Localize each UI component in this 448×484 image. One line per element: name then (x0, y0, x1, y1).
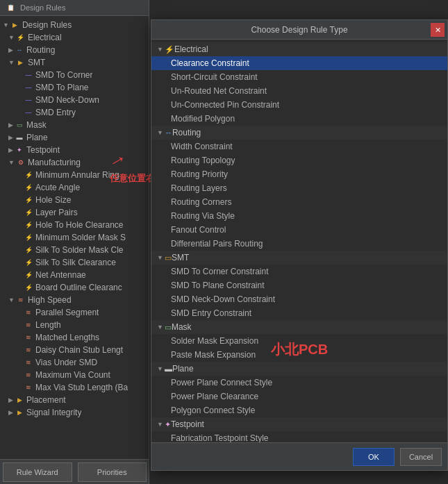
tree-item-net-ant[interactable]: ⚡Net Antennae (0, 269, 149, 281)
panel-title: Design Rules (20, 3, 65, 12)
modal-item-smd-neckdown-constraint[interactable]: SMD Neck-Down Constraint (151, 292, 447, 306)
modal-dialog[interactable]: Choose Design Rule Type ✕ ▼⚡ElectricalCl… (151, 19, 448, 471)
silk-solder-label: Silk To Solder Mask Cle (35, 245, 124, 255)
modal-item-smd-corner-constraint[interactable]: SMD To Corner Constraint (151, 265, 447, 278)
modal-section-routing[interactable]: ▼↔Routing (151, 126, 447, 140)
priorities-button[interactable]: Priorities (78, 462, 147, 482)
cancel-button[interactable]: Cancel (400, 448, 442, 466)
modal-item-power-plane-connect[interactable]: Power Plane Connect Style (151, 376, 447, 390)
modal-close-button[interactable]: ✕ (431, 23, 445, 37)
modal-item-routing-topology[interactable]: Routing Topology (151, 153, 447, 167)
tree-item-high-speed[interactable]: ▼≋High Speed (0, 294, 149, 306)
smd-corner-constraint-label: SMD To Corner Constraint (171, 267, 269, 276)
modal-section-electrical[interactable]: ▼⚡Electrical (151, 42, 447, 56)
tree-item-matched-lengths[interactable]: ≋Matched Lengths (0, 331, 149, 344)
smt-entry-icon: — (24, 108, 33, 117)
modal-section-smt[interactable]: ▼▭SMT (151, 251, 447, 265)
modal-section-testpoint[interactable]: ▼✦Testpoint (151, 417, 447, 431)
tree-item-placement[interactable]: ▶▶Placement (0, 394, 149, 406)
modal-item-smd-entry-constraint[interactable]: SMD Entry Constraint (151, 306, 447, 320)
testpoint-icon: ✦ (15, 145, 24, 155)
mask-label: Mask (26, 120, 47, 130)
modal-item-clearance-constraint[interactable]: Clearance Constraint (151, 56, 447, 70)
tree-item-daisy-chain[interactable]: ≋Daisy Chain Stub Lengt (0, 344, 149, 356)
routing-via-style-label: Routing Via Style (171, 211, 235, 221)
tree-item-mask[interactable]: ▶▭Mask (0, 119, 149, 131)
tree-item-smt-entry[interactable]: —SMD Entry (0, 106, 149, 119)
tree-item-hole-to-hole[interactable]: ⚡Hole To Hole Clearance (0, 219, 149, 231)
modal-content[interactable]: ▼⚡ElectricalClearance ConstraintShort-Ci… (151, 40, 447, 442)
tree-item-routing-l[interactable]: ▶↔Routing (0, 44, 149, 56)
signal-integrity-icon: ▶ (15, 408, 24, 417)
tree-item-signal-integrity[interactable]: ▶▶Signal Integrity (0, 406, 149, 419)
tree-item-min-annular[interactable]: ⚡Minimum Annular Ring (0, 169, 149, 181)
tree-item-max-via-stub[interactable]: ≋Max Via Stub Length (Ba (0, 381, 149, 394)
modal-item-diff-pairs-routing[interactable]: Differential Pairs Routing (151, 237, 447, 251)
vias-smd-icon: ≋ (24, 358, 33, 367)
tree-item-acute-angle[interactable]: ⚡Acute Angle (0, 181, 149, 194)
daisy-chain-icon: ≋ (24, 345, 33, 355)
tree-container[interactable]: ▼▶Design Rules▼⚡Electrical▶↔Routing▼▶SMT… (0, 16, 149, 465)
tree-item-hole-size[interactable]: ⚡Hole Size (0, 194, 149, 206)
modal-section-plane[interactable]: ▼▬Plane (151, 362, 447, 376)
modal-item-paste-mask-expansion[interactable]: Paste Mask Expansion (151, 348, 447, 362)
modal-item-unconnected-pin[interactable]: Un-Connected Pin Constraint (151, 98, 447, 112)
unconnected-pin-label: Un-Connected Pin Constraint (171, 100, 279, 110)
modal-section-mask[interactable]: ▼▭Mask (151, 320, 447, 334)
modal-item-routing-layers[interactable]: Routing Layers (151, 181, 447, 195)
tree-item-layer-pairs[interactable]: ⚡Layer Pairs (0, 206, 149, 219)
tree-item-design-rules[interactable]: ▼▶Design Rules (0, 19, 149, 31)
placement-icon: ▶ (15, 395, 24, 405)
fanout-control-label: Fanout Control (171, 225, 226, 235)
tree-item-smt-corner[interactable]: —SMD To Corner (0, 69, 149, 81)
tree-item-parallel-seg[interactable]: ≋Parallel Segment (0, 306, 149, 319)
tree-item-testpoint[interactable]: ▶✦Testpoint (0, 144, 149, 156)
tree-item-electrical[interactable]: ▼⚡Electrical (0, 31, 149, 44)
matched-lengths-icon: ≋ (24, 333, 33, 342)
max-via-count-icon: ≋ (24, 370, 33, 380)
layer-pairs-icon: ⚡ (24, 208, 33, 217)
modal-item-polygon-connect-style[interactable]: Polygon Connect Style (151, 403, 447, 417)
min-annular-label: Minimum Annular Ring (35, 170, 119, 180)
tree-item-silk-silk[interactable]: ⚡Silk To Silk Clearance (0, 256, 149, 269)
smt-label: SMT (28, 58, 45, 67)
net-ant-icon: ⚡ (24, 270, 33, 280)
modal-item-power-plane-clearance[interactable]: Power Plane Clearance (151, 390, 447, 403)
modal-item-routing-via-style[interactable]: Routing Via Style (151, 209, 447, 223)
tree-item-board-outline[interactable]: ⚡Board Outline Clearanc (0, 281, 149, 294)
routing-corners-label: Routing Corners (171, 197, 231, 207)
tree-item-min-solder[interactable]: ⚡Minimum Solder Mask S (0, 231, 149, 244)
modal-item-width-constraint[interactable]: Width Constraint (151, 140, 447, 153)
modal-item-unrouted-net[interactable]: Un-Routed Net Constraint (151, 84, 447, 98)
tree-item-smt-plane[interactable]: —SMD To Plane (0, 81, 149, 94)
routing-l-label: Routing (26, 45, 55, 55)
tree-item-smt[interactable]: ▼▶SMT (0, 56, 149, 69)
unrouted-net-label: Un-Routed Net Constraint (171, 86, 267, 96)
tree-item-manufacturing[interactable]: ▼⚙Manufacturing (0, 156, 149, 169)
modal-item-routing-corners[interactable]: Routing Corners (151, 195, 447, 209)
layer-pairs-label: Layer Pairs (35, 208, 78, 217)
tree-item-vias-smd[interactable]: ≋Vias Under SMD (0, 356, 149, 369)
tree-item-smt-neckdown[interactable]: —SMD Neck-Down (0, 94, 149, 106)
modal-item-fab-testpoint-style[interactable]: Fabrication Testpoint Style (151, 431, 447, 442)
routing-topology-label: Routing Topology (171, 156, 235, 165)
board-outline-icon: ⚡ (24, 283, 33, 292)
rule-wizard-button[interactable]: Rule Wizard (3, 462, 72, 482)
high-speed-label: High Speed (28, 295, 72, 305)
hole-to-hole-icon: ⚡ (24, 220, 33, 230)
tree-item-silk-solder[interactable]: ⚡Silk To Solder Mask Cle (0, 244, 149, 256)
tree-item-plane[interactable]: ▶▬Plane (0, 131, 149, 144)
modal-item-smd-plane-constraint[interactable]: SMD To Plane Constraint (151, 278, 447, 292)
modal-item-short-circuit[interactable]: Short-Circuit Constraint (151, 70, 447, 84)
modal-item-modified-polygon[interactable]: Modified Polygon (151, 112, 447, 126)
max-via-stub-label: Max Via Stub Length (Ba (35, 383, 128, 392)
electrical-icon: ⚡ (16, 33, 26, 42)
tree-item-max-via-count[interactable]: ≋Maximum Via Count (0, 369, 149, 381)
tree-item-length[interactable]: ≋Length (0, 319, 149, 331)
modal-item-solder-mask-expansion[interactable]: Solder Mask Expansion (151, 334, 447, 348)
modal-item-fanout-control[interactable]: Fanout Control (151, 223, 447, 237)
modal-item-routing-priority[interactable]: Routing Priority (151, 167, 447, 181)
smd-neckdown-constraint-label: SMD Neck-Down Constraint (171, 294, 275, 304)
ok-button[interactable]: OK (353, 448, 395, 466)
left-bottom-bar: Rule Wizard Priorities (0, 459, 149, 484)
